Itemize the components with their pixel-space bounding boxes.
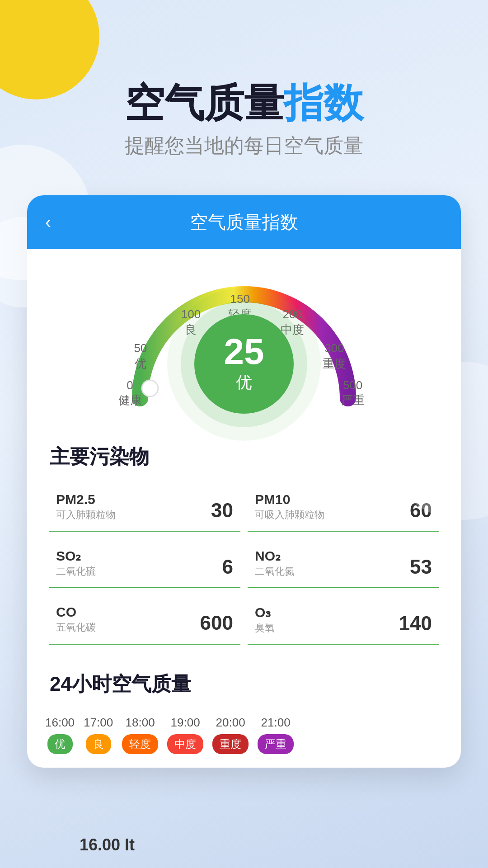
- hour-badge-1600: 优: [47, 734, 73, 754]
- hours-section-title: 24小时空气质量: [27, 657, 461, 707]
- pollutant-name-o3: O₃: [255, 604, 275, 620]
- hours-row: 16:00 优 17:00 良 18:00 轻度 19:00 中度 20:00 …: [45, 716, 443, 754]
- subtitle: 提醒您当地的每日空气质量: [0, 132, 488, 159]
- gauge-label-300: 300重度: [323, 341, 346, 372]
- pollutant-sub-no2: 二氧化氮: [255, 565, 295, 578]
- pollutant-value-no2: 53: [410, 556, 432, 578]
- hour-time-2000: 20:00: [216, 716, 245, 730]
- back-button[interactable]: ‹: [45, 212, 51, 232]
- hour-item-2000: 20:00 重度: [212, 716, 249, 754]
- gauge-label-500: 500严重: [341, 378, 365, 409]
- gauge-label-100: 100良: [181, 307, 201, 338]
- card-header-title: 空气质量指数: [190, 210, 298, 235]
- pollutant-so2: SO₂ 二氧化硫 6: [49, 539, 240, 588]
- hour-item-1600: 16:00 优: [45, 716, 75, 754]
- pollutant-name-no2: NO₂: [255, 548, 295, 564]
- gauge-grade: 优: [236, 372, 252, 394]
- hour-badge-1800: 轻度: [122, 734, 158, 754]
- hour-item-1900: 19:00 中度: [167, 716, 203, 754]
- gauge-label-200: 200中度: [281, 307, 304, 338]
- pollutant-sub-o3: 臭氧: [255, 621, 275, 635]
- hour-badge-1700: 良: [86, 734, 111, 754]
- hour-time-1900: 19:00: [171, 716, 200, 730]
- pollutant-o3: O₃ 臭氧 140: [248, 595, 439, 645]
- title-blue: 指数: [284, 80, 363, 125]
- pollutant-sub-so2: 二氧化硫: [56, 565, 96, 578]
- main-title: 空气质量指数: [0, 81, 488, 125]
- pollutant-value-pm25: 30: [211, 499, 233, 522]
- hour-item-2100: 21:00 严重: [258, 716, 294, 754]
- hour-badge-2100: 严重: [258, 734, 294, 754]
- gauge-value: 25: [224, 334, 264, 370]
- hour-time-1600: 16:00: [45, 716, 75, 730]
- gauge-label-0: 0健康: [118, 378, 142, 409]
- pollutants-grid: PM2.5 可入肺颗粒物 30 PM10 可吸入肺颗粒物 60 SO₂ 二氧化硫: [27, 479, 461, 657]
- pollutant-sub-pm25: 可入肺颗粒物: [56, 508, 116, 522]
- hour-item-1700: 17:00 良: [84, 716, 113, 754]
- pollutant-name-so2: SO₂: [56, 548, 96, 564]
- pollutant-value-co: 600: [200, 612, 233, 634]
- hour-time-1700: 17:00: [84, 716, 113, 730]
- hour-badge-2000: 重度: [212, 734, 249, 754]
- pollutant-name-pm10: PM10: [255, 492, 324, 507]
- hour-badge-1900: 中度: [167, 734, 203, 754]
- hour-time-2100: 21:00: [261, 716, 291, 730]
- title-black: 空气质量: [125, 80, 284, 125]
- gauge-label-50: 50优: [134, 341, 147, 372]
- pollutant-pm25: PM2.5 可入肺颗粒物 30: [49, 483, 240, 532]
- pollutant-sub-co: 五氧化碳: [56, 621, 96, 634]
- pollutant-sub-pm10: 可吸入肺颗粒物: [255, 508, 324, 522]
- pollutant-no2: NO₂ 二氧化氮 53: [248, 539, 439, 588]
- bottom-time: 16.00 It: [80, 835, 135, 854]
- pollutant-co: CO 五氧化碳 600: [49, 595, 240, 645]
- gauge-center: 25 优: [194, 314, 294, 414]
- app-header: 空气质量指数 提醒您当地的每日空气质量: [0, 0, 488, 177]
- pollutant-value-so2: 6: [222, 556, 233, 578]
- pollutant-name-co: CO: [56, 604, 96, 620]
- gauge-wrapper: 0健康 50优 100良 150轻度 200中度 300重度 5: [113, 267, 375, 421]
- card-header: ‹ 空气质量指数: [27, 195, 461, 249]
- hour-item-1800: 18:00 轻度: [122, 716, 158, 754]
- pollutant-name-pm25: PM2.5: [56, 492, 116, 507]
- hours-section: 16:00 优 17:00 良 18:00 轻度 19:00 中度 20:00 …: [27, 707, 461, 768]
- pollutant-value-o3: 140: [399, 612, 432, 635]
- hour-time-1800: 18:00: [126, 716, 155, 730]
